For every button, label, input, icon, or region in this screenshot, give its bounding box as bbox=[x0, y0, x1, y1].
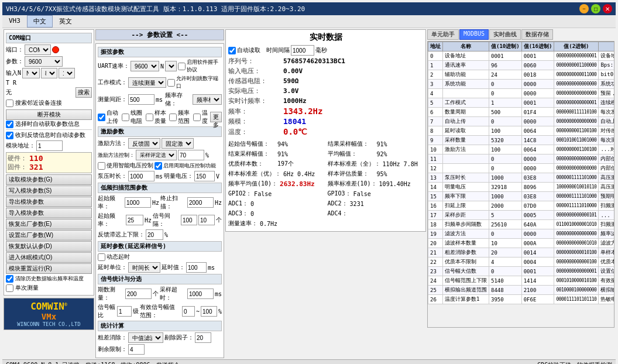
digital-port-checkbox[interactable] bbox=[167, 79, 175, 87]
start-freq-input[interactable] bbox=[125, 197, 151, 208]
default-button[interactable]: 恢复默认认参(D) bbox=[6, 241, 92, 252]
volt-range-select[interactable]: 固定激励 bbox=[162, 138, 194, 149]
table-row[interactable]: 15 频率下限 1000 03E8 0000001111101000 预期明量电… bbox=[428, 192, 615, 201]
export-param-button[interactable]: 导出模块参数 bbox=[6, 197, 92, 207]
coarse-remove-select[interactable]: 中值滤波法 bbox=[128, 332, 163, 343]
freq-range-checkbox[interactable] bbox=[169, 114, 177, 121]
import-param-button[interactable]: 导入模块参数 bbox=[6, 208, 92, 218]
table-row[interactable]: 11 0 0000 0000000000000000 内部使用，严禁修改 bbox=[428, 154, 615, 164]
write-param-button[interactable]: 写入模块参数(S) bbox=[6, 186, 92, 196]
tab-modbus[interactable]: MODBUS bbox=[459, 29, 489, 40]
sample-time-input[interactable] bbox=[187, 289, 214, 299]
snr-input[interactable] bbox=[117, 306, 132, 317]
stop-bits-select[interactable]: 1 bbox=[59, 68, 75, 78]
table-row[interactable]: 3 系统功能 0 0000 0000000000000000 系统功能存于器，0… bbox=[428, 80, 615, 89]
table-row[interactable]: 14 明量电压 32918 8096 1000000010010110 高压激励… bbox=[428, 183, 615, 192]
coil-res-checkbox[interactable] bbox=[122, 114, 129, 121]
module-addr-input[interactable] bbox=[36, 140, 63, 151]
temp-checkbox[interactable] bbox=[193, 114, 201, 121]
connect-checkbox[interactable] bbox=[6, 99, 13, 107]
open-port-button[interactable]: 断开模块 bbox=[6, 109, 92, 120]
pump-volt-input[interactable] bbox=[194, 171, 215, 181]
table-row[interactable]: 5 工作模式 1 0001 0000000000000001 连续模式 每次发送… bbox=[428, 98, 615, 108]
excit-ratio-input[interactable] bbox=[178, 150, 204, 160]
table-row[interactable]: 20 滤波样本数量 10 000A 0000000000001010 滤波方法4… bbox=[428, 239, 615, 248]
menu-vh3[interactable]: VH3 bbox=[2, 15, 27, 28]
port-select[interactable]: COM4 bbox=[25, 44, 51, 55]
table-row[interactable]: 9 采样数量 5320 14C8 0001010011001000 每次测量时采… bbox=[428, 136, 615, 145]
table-row[interactable]: 8 延时读取 100 0064 0000000001100100 对传感器码延迟… bbox=[428, 126, 615, 136]
valid-max-input[interactable] bbox=[201, 306, 217, 317]
default-param-button[interactable]: 恢复出厂参数(E) bbox=[6, 219, 92, 229]
table-row[interactable]: 19 滤波方法 0 0000 0000000000000000 频率滤波方法,0… bbox=[428, 229, 615, 239]
excit-method-select[interactable]: 反馈固定 bbox=[128, 138, 160, 149]
set-param-button[interactable]: 设置出厂参数(W) bbox=[6, 230, 92, 241]
minimize-button[interactable]: － bbox=[579, 4, 589, 13]
single-test-checkbox[interactable] bbox=[6, 284, 13, 292]
work-mode-select[interactable]: 连续测量 bbox=[128, 77, 166, 88]
table-row[interactable]: 0 设备地址 0001 0001 0000000000000001 设备地址 设… bbox=[428, 51, 615, 61]
exit-test-button[interactable]: 模块重置运行(R) bbox=[6, 263, 92, 274]
delay-unit-select[interactable]: 时间长度 bbox=[128, 262, 160, 273]
remain-input[interactable] bbox=[128, 344, 145, 355]
table-row[interactable]: 24 信号幅范围上下限 5140 1414 0001010000010100 有… bbox=[428, 276, 615, 286]
hysteresis-input[interactable] bbox=[146, 229, 163, 240]
table-row[interactable]: 13 泵压时长 1000 03E8 0000001111101000 高压激励时… bbox=[428, 173, 615, 183]
table-row[interactable]: 7 自动上传 0 0000 0000000000000000 自动上传 设定上传… bbox=[428, 117, 615, 126]
maximize-button[interactable]: □ bbox=[591, 4, 600, 13]
signal-interval-input1[interactable] bbox=[181, 215, 197, 225]
baud-select[interactable]: 9600 bbox=[25, 56, 63, 67]
handshake-select[interactable]: V bbox=[165, 61, 177, 71]
table-row[interactable]: 21 粗差消除参数 20 0014 0000000000010100 单样本数据… bbox=[428, 248, 615, 257]
menu-english[interactable]: 英文 bbox=[53, 15, 78, 28]
auto-connect-checkbox[interactable] bbox=[6, 121, 13, 128]
uart-select[interactable]: 9600 bbox=[131, 61, 159, 71]
tab-realtime-curve[interactable]: 实时曲线 bbox=[489, 29, 521, 40]
table-row[interactable]: 2 辅助功能 24 0018 0000000000011000 bit0:显示使… bbox=[428, 70, 615, 80]
valid-min-input[interactable] bbox=[182, 306, 195, 317]
tab-unit-helper[interactable]: 单元助手 bbox=[427, 29, 459, 40]
read-param-button[interactable]: 读取模块参数(G) bbox=[6, 174, 92, 185]
period-count-input[interactable] bbox=[125, 289, 152, 299]
table-row[interactable]: 25 横拟输出频道范围 8448 2100 0010000100000000 横… bbox=[428, 286, 615, 295]
auto-up-checkbox[interactable] bbox=[98, 114, 105, 121]
table-row[interactable]: 12 0 0000 0000000000000000 内部使用，严禁修改 bbox=[428, 164, 615, 173]
close-button[interactable]: ✕ bbox=[603, 4, 612, 13]
menu-chinese[interactable]: 中文 bbox=[27, 15, 53, 28]
parity-select[interactable]: 8 bbox=[41, 68, 57, 78]
handshake-checkbox[interactable] bbox=[178, 63, 186, 70]
signal-interval-input2[interactable] bbox=[198, 215, 215, 225]
pump-volt-label: 明量电压： bbox=[164, 172, 193, 180]
end-freq-input[interactable] bbox=[187, 197, 214, 208]
excit-select-select[interactable]: 采样评定选最量值 bbox=[136, 150, 177, 160]
table-row[interactable]: 1 通讯速率 96 0060 0000000001100000 Bps: 此值*… bbox=[428, 61, 615, 70]
table-row[interactable]: 17 采样步距 5 0005 0000000000000101 ... bbox=[428, 211, 615, 220]
table-row[interactable]: 18 扫频单步间隔数 25610 640A 0110010000001010 扫… bbox=[428, 220, 615, 229]
table-row[interactable]: 26 温度计算参数1 3950 0F6E 0000111101101110 热敏… bbox=[428, 295, 615, 304]
freq-store-select[interactable]: 频率模值 bbox=[193, 94, 222, 105]
pump-time-input[interactable] bbox=[128, 171, 154, 181]
auto-read-checkbox[interactable] bbox=[228, 47, 236, 54]
table-row[interactable]: 4 0 0000 0000000000000000 预留，暂未定义功能 bbox=[428, 89, 615, 98]
auto-start-checkbox[interactable] bbox=[98, 253, 105, 261]
delay-value-input[interactable] bbox=[186, 262, 207, 273]
more-button[interactable]: 更多 bbox=[210, 112, 222, 122]
remove-factor-input[interactable] bbox=[195, 332, 211, 343]
table-row[interactable]: 6 数量周期 500 01F4 0000000111110100 每次发送采数信… bbox=[428, 108, 615, 117]
interval-input[interactable] bbox=[291, 45, 314, 56]
search-button[interactable]: 搜索 bbox=[75, 87, 92, 98]
receive-param-checkbox[interactable] bbox=[6, 132, 13, 139]
signal-freq-input[interactable] bbox=[126, 215, 143, 225]
measure-interval-input[interactable] bbox=[128, 94, 154, 105]
data-bits-select[interactable]: N bbox=[22, 68, 40, 78]
history-checkbox[interactable] bbox=[6, 275, 13, 283]
tab-data-store[interactable]: 数据存储 bbox=[521, 29, 553, 40]
table-row[interactable]: 10 激励方法 100 0064 0000000001100100 ...对传感… bbox=[428, 145, 615, 154]
table-row[interactable]: 16 扫延上限 2000 07D0 0000011111010000 扫频激励时… bbox=[428, 201, 615, 211]
smart-volt-checkbox[interactable] bbox=[98, 162, 105, 170]
enter-test-button[interactable]: 进入休眠模式(O) bbox=[6, 252, 92, 263]
table-row[interactable]: 22 优质本不限制 4 0004 0000000000000100 优质本数不足… bbox=[428, 257, 615, 267]
table-row[interactable]: 23 信号幅大信数 0 0001 0000000000000001 设置信号幅大… bbox=[428, 267, 615, 276]
periods-volt-checkbox[interactable] bbox=[154, 162, 162, 170]
sample-q-checkbox[interactable] bbox=[146, 114, 153, 121]
